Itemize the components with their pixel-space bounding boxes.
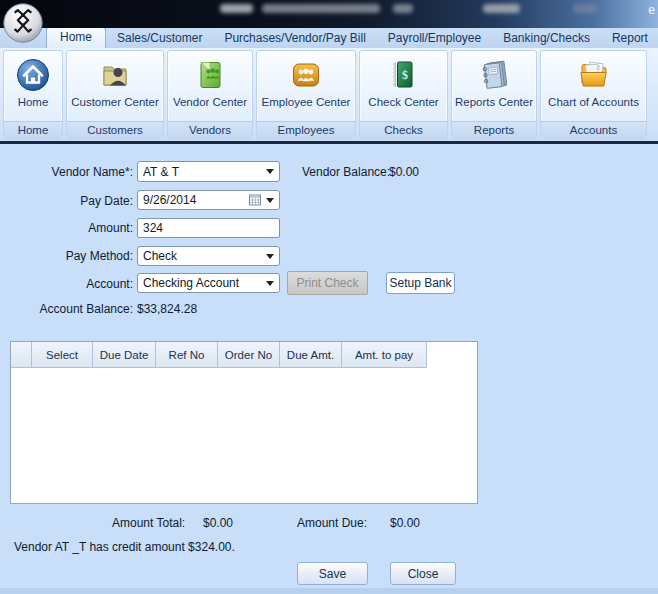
employee-people-icon [288,54,324,96]
ribbon-group-label: Vendors [168,121,252,138]
account-label: Account: [86,277,133,291]
ribbon: Home Home Customer Center Customers [0,48,658,141]
ribbon-button-reports-center[interactable]: Reports Center Reports [451,50,537,139]
account-value: Checking Account [143,276,239,290]
column-header-order-no[interactable]: Order No [218,342,280,368]
ribbon-button-label: Chart of Accounts [548,96,639,109]
ribbon-button-chart-of-accounts[interactable]: Chart of Accounts Accounts [540,50,647,139]
report-books-icon [476,54,512,96]
chevron-down-icon [266,281,274,286]
redacted-title-blob [220,4,253,13]
ribbon-button-label: Check Center [368,96,438,109]
column-header-ref-no[interactable]: Ref No [156,342,218,368]
pay-date-value: 9/26/2014 [143,193,196,207]
column-header-amt-to-pay[interactable]: Amt. to pay [342,342,427,368]
pay-date-label: Pay Date: [80,194,133,208]
ribbon-group-label: Employees [257,121,355,138]
home-icon [15,54,51,96]
column-header-select[interactable]: Select [32,342,93,368]
tab-home[interactable]: Home [46,28,106,48]
vendor-name-value: AT & T [143,165,179,179]
ribbon-button-label: Home [18,96,49,109]
table-header-row: Select Due Date Ref No Order No Due Amt.… [11,342,477,368]
ribbon-button-customer-center[interactable]: Customer Center Customers [66,50,164,139]
checkbook-icon: $ [386,54,422,96]
redacted-title-blob [393,4,413,13]
ribbon-button-employee-center[interactable]: Employee Center Employees [256,50,356,139]
ribbon-button-vendor-center[interactable]: Vendor Center Vendors [167,50,253,139]
amount-due-value: $0.00 [390,516,420,530]
ribbon-group-label: Checks [360,121,447,138]
chevron-down-icon[interactable] [266,198,274,203]
chevron-down-icon [266,254,274,259]
account-balance-value: $33,824.28 [137,302,197,316]
ribbon-group-label: Home [4,121,62,138]
app-window: e Home Sales/Customer Purchases/Vendor/P… [0,0,658,594]
amount-input[interactable] [137,218,280,238]
print-check-button[interactable]: Print Check [287,271,368,295]
ribbon-bottom-divider [0,141,658,144]
ribbon-button-label: Vendor Center [173,96,247,109]
ribbon-group-label: Accounts [541,121,646,138]
column-header-due-date[interactable]: Due Date [93,342,156,368]
titlebar-corner-text: e [648,3,655,17]
accounts-folder-icon [576,54,612,96]
ribbon-button-check-center[interactable]: $ Check Center Checks [359,50,448,139]
app-logo-icon [2,2,44,44]
tab-purchases-vendor-pay-bill[interactable]: Purchases/Vendor/Pay Bill [213,29,376,48]
setup-bank-button[interactable]: Setup Bank [386,272,455,294]
tab-sales-customer[interactable]: Sales/Customer [106,29,213,48]
ribbon-group-label: Reports [452,121,536,138]
redacted-title-blob [573,4,597,13]
amount-due-label: Amount Due: [297,516,367,530]
amount-label: Amount: [88,221,133,235]
ribbon-tab-bar: Home Sales/Customer Purchases/Vendor/Pay… [0,28,658,48]
table-body-empty[interactable] [11,368,477,504]
calendar-icon[interactable] [249,194,262,206]
tab-banking-checks[interactable]: Banking/Checks [492,29,601,48]
vendor-book-icon [192,54,228,96]
pay-method-value: Check [143,249,177,263]
pay-date-picker[interactable]: 9/26/2014 [137,190,280,210]
titlebar: e [0,0,658,28]
window-bottom-edge [0,588,658,594]
svg-text:$: $ [402,68,408,82]
bills-table[interactable]: Select Due Date Ref No Order No Due Amt.… [10,341,478,504]
account-balance-label: Account Balance: [40,302,133,316]
account-select[interactable]: Checking Account [137,273,280,293]
ribbon-group-label: Customers [67,121,163,138]
vendor-balance-label: Vendor Balance: [302,165,390,179]
pay-method-label: Pay Method: [66,249,133,263]
close-button[interactable]: Close [390,562,456,585]
amount-total-value: $0.00 [203,516,233,530]
chevron-down-icon [266,169,274,174]
vendor-name-label: Vendor Name*: [52,165,133,179]
redacted-title-blob [483,4,520,13]
save-button[interactable]: Save [297,562,368,585]
tab-report[interactable]: Report [601,29,658,48]
vendor-balance-value: $0.00 [389,165,419,179]
column-header-due-amt[interactable]: Due Amt. [280,342,342,368]
tab-payroll-employee[interactable]: Payroll/Employee [377,29,492,48]
ribbon-button-label: Employee Center [262,96,351,109]
ribbon-button-label: Customer Center [71,96,159,109]
vendor-credit-message: Vendor AT _T has credit amount $324.00. [14,540,235,554]
ribbon-button-label: Reports Center [455,96,533,109]
ribbon-button-home[interactable]: Home Home [3,50,63,139]
vendor-name-select[interactable]: AT & T [137,161,280,182]
amount-total-label: Amount Total: [112,516,185,530]
redacted-title-blob [262,4,380,13]
app-menu-button[interactable] [2,2,44,44]
customer-folder-icon [97,54,133,96]
row-selector-header[interactable] [11,342,32,368]
pay-method-select[interactable]: Check [137,246,280,266]
